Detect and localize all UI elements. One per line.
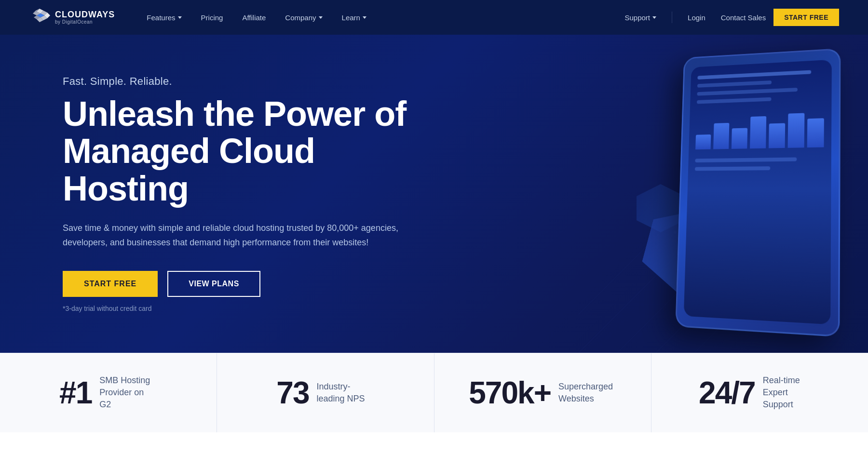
nav-start-free-button[interactable]: START FREE [773, 9, 839, 26]
stat-desc-2: Industry-leading NPS [316, 381, 374, 405]
screen-bar [697, 88, 798, 96]
chart-bar [769, 123, 785, 148]
logo[interactable]: CLOUDWAYS by DigitalOcean [29, 9, 115, 26]
stat-number-2: 73 [276, 377, 309, 408]
stat-desc-3: Supercharged Websites [558, 381, 616, 405]
nav-links: Features Pricing Affiliate Company Learn [139, 10, 617, 26]
nav-affiliate[interactable]: Affiliate [234, 10, 273, 26]
device-mockup [675, 49, 839, 329]
nav-contact-sales[interactable]: Contact Sales [713, 10, 773, 26]
hero-section: Fast. Simple. Reliable. Unleash the Powe… [0, 35, 868, 353]
stat-number-1: #1 [59, 377, 92, 408]
screen-bar [695, 166, 771, 171]
screen-bar [695, 157, 797, 162]
chart-bar [750, 116, 766, 148]
hero-trial-note: *3-day trial without credit card [63, 305, 439, 312]
stat-desc-4: Real-time Expert Support [763, 374, 821, 411]
stat-item-2: 73 Industry-leading NPS [217, 353, 434, 432]
chevron-down-icon [178, 16, 182, 19]
chart-bar [807, 118, 824, 147]
hero-content: Fast. Simple. Reliable. Unleash the Powe… [63, 75, 439, 313]
nav-divider [672, 12, 672, 23]
nav-support[interactable]: Support [617, 10, 665, 26]
chevron-down-icon [319, 16, 323, 19]
navbar: CLOUDWAYS by DigitalOcean Features Prici… [0, 0, 868, 35]
brand-name: CLOUDWAYS [55, 10, 115, 20]
hero-tagline: Fast. Simple. Reliable. [63, 75, 439, 88]
hero-graphic [492, 35, 868, 353]
nav-login[interactable]: Login [680, 10, 713, 26]
screen-bar [697, 70, 811, 80]
stat-item-3: 570k+ Supercharged Websites [434, 353, 651, 432]
stat-item-4: 24/7 Real-time Expert Support [651, 353, 868, 432]
nav-company[interactable]: Company [277, 10, 330, 26]
stat-desc-1: SMB HostingProvider on G2 [99, 374, 157, 411]
stat-number-3: 570k+ [469, 377, 551, 408]
nav-features[interactable]: Features [139, 10, 189, 26]
stat-item-1: #1 SMB HostingProvider on G2 [0, 353, 217, 432]
nav-pricing[interactable]: Pricing [193, 10, 231, 26]
chart-bar [732, 128, 747, 148]
hero-buttons: START FREE VIEW PLANS [63, 271, 439, 297]
hero-view-plans-button[interactable]: VIEW PLANS [167, 271, 260, 297]
screen-bar [697, 80, 772, 88]
nav-learn[interactable]: Learn [334, 10, 374, 26]
stats-bar: #1 SMB HostingProvider on G2 73 Industry… [0, 353, 868, 432]
nav-right: Support Login Contact Sales START FREE [617, 9, 840, 26]
chevron-down-icon [652, 16, 656, 19]
chevron-down-icon [363, 16, 366, 19]
logo-icon [29, 9, 50, 26]
stat-number-4: 24/7 [699, 377, 755, 408]
chart-bar [695, 134, 711, 149]
hero-title: Unleash the Power of Managed Cloud Hosti… [63, 95, 439, 208]
chart-bar [788, 113, 805, 148]
brand-sub: by DigitalOcean [55, 19, 115, 25]
screen-chart [695, 108, 824, 149]
hero-description: Save time & money with simple and reliab… [63, 221, 410, 250]
chart-bar [713, 123, 729, 149]
screen-bar [697, 97, 772, 104]
hero-start-free-button[interactable]: START FREE [63, 271, 158, 297]
